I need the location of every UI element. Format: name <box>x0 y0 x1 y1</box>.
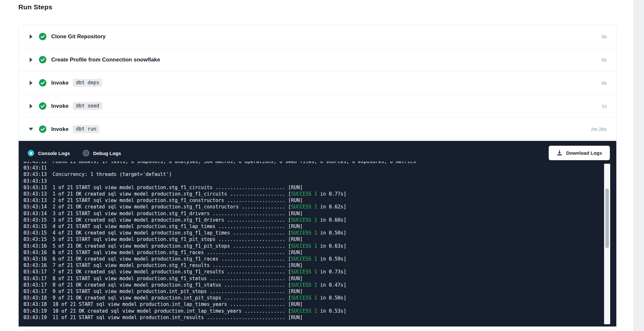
step-label: Invoke <box>51 103 69 109</box>
step-duration: 0s <box>601 80 607 86</box>
page-scrollbar-gutter <box>633 0 644 331</box>
success-check-icon <box>39 33 46 40</box>
log-line: 03:43:13 1 of 21 START sql view model pr… <box>24 184 616 191</box>
step-command-badge: dbt run <box>73 125 99 133</box>
log-line: 03:43:19 11 of 21 START sql view model p… <box>24 314 616 321</box>
step-duration: 0s <box>601 34 607 39</box>
console-log: 03:43:11 Found 21 models, 17 tests, 0 sn… <box>24 161 616 321</box>
success-check-icon <box>39 102 46 110</box>
card-bottom-gap <box>19 326 616 330</box>
success-check-icon <box>39 125 46 133</box>
console-log-viewport[interactable]: 03:43:11 Found 21 models, 17 tests, 0 sn… <box>19 161 616 326</box>
console-header: Console Logs Debug Logs Download Logs <box>19 141 616 161</box>
log-line: 03:43:19 10 of 21 OK created sql view mo… <box>24 308 616 314</box>
run-steps-card: Clone Git Repository0sCreate Profile fro… <box>18 25 617 330</box>
success-check-icon <box>39 79 46 87</box>
caret-right-icon[interactable] <box>29 104 33 108</box>
step-command-badge: dbt deps <box>73 79 102 87</box>
run-steps-page: Run Steps Clone Git Repository0sCreate P… <box>0 0 644 331</box>
caret-right-icon[interactable] <box>29 34 33 39</box>
log-line: 03:43:18 10 of 21 START sql view model p… <box>24 301 616 308</box>
log-line: 03:43:16 7 of 21 START sql view model pr… <box>24 262 616 269</box>
step-label: Invoke <box>51 80 69 86</box>
log-line: 03:43:15 5 of 21 START sql view model pr… <box>24 236 616 243</box>
log-line: 03:43:13 Concurrency: 1 threads (target=… <box>24 171 616 178</box>
log-line: 03:43:13 2 of 21 START sql view model pr… <box>24 197 616 204</box>
step-duration: 1s <box>601 103 607 109</box>
log-line: 03:43:15 4 of 21 START sql view model pr… <box>24 223 616 230</box>
console-logs-label: Console Logs <box>38 151 70 156</box>
log-line: 03:43:17 8 of 21 OK created sql view mod… <box>24 282 616 288</box>
page-title: Run Steps <box>18 3 52 11</box>
download-icon <box>556 150 563 156</box>
debug-logs-label: Debug Logs <box>93 151 121 156</box>
radio-selected-icon[interactable] <box>28 150 34 156</box>
log-line: 03:43:11 <box>24 165 616 171</box>
step-row[interactable]: Clone Git Repository0s <box>19 25 616 48</box>
debug-logs-radio[interactable]: Debug Logs <box>83 150 121 156</box>
log-line: 03:43:13 1 of 21 OK created sql view mod… <box>24 191 616 197</box>
step-row[interactable]: Create Profile from Connection snowflake… <box>19 48 616 71</box>
caret-right-icon[interactable] <box>29 58 33 62</box>
success-check-icon <box>39 56 46 63</box>
log-line: 03:43:11 Found 21 models, 17 tests, 0 sn… <box>24 161 616 165</box>
radio-unselected-icon[interactable] <box>83 150 89 156</box>
console-logs-radio[interactable]: Console Logs <box>28 150 70 156</box>
log-line: 03:43:15 3 of 21 OK created sql view mod… <box>24 217 616 223</box>
log-line: 03:43:15 4 of 21 OK created sql view mod… <box>24 230 616 236</box>
steps-list: Clone Git Repository0sCreate Profile fro… <box>19 25 616 141</box>
log-line: 03:43:13 <box>24 178 616 184</box>
log-line: 03:43:14 2 of 21 OK created sql view mod… <box>24 204 616 210</box>
step-duration: 2m 26s <box>591 126 607 132</box>
log-line: 03:43:17 9 of 21 START sql view model pr… <box>24 288 616 295</box>
step-label: Clone Git Repository <box>51 33 106 40</box>
step-duration: 0s <box>601 57 607 62</box>
step-row[interactable]: Invokedbt run2m 26s <box>19 118 616 141</box>
console-panel: Console Logs Debug Logs Download Logs 03 <box>19 141 616 326</box>
step-label: Invoke <box>51 126 69 133</box>
download-logs-button[interactable]: Download Logs <box>549 146 610 160</box>
log-line: 03:43:18 9 of 21 OK created sql view mod… <box>24 295 616 301</box>
caret-right-icon[interactable] <box>29 81 33 85</box>
log-line: 03:43:16 6 of 21 START sql view model pr… <box>24 249 616 256</box>
step-row[interactable]: Invokedbt seed1s <box>19 95 616 118</box>
log-line: 03:43:17 7 of 21 OK created sql view mod… <box>24 269 616 275</box>
log-line: 03:43:17 8 of 21 START sql view model pr… <box>24 275 616 282</box>
console-scrollbar[interactable] <box>604 164 610 324</box>
log-line: 03:43:16 6 of 21 OK created sql view mod… <box>24 256 616 262</box>
log-line: 03:43:14 3 of 21 START sql view model pr… <box>24 210 616 217</box>
step-command-badge: dbt seed <box>73 102 102 110</box>
step-row[interactable]: Invokedbt deps0s <box>19 71 616 95</box>
log-line: 03:43:16 5 of 21 OK created sql view mod… <box>24 243 616 249</box>
step-label: Create Profile from Connection snowflake <box>51 57 160 63</box>
console-scrollbar-thumb[interactable] <box>605 188 609 248</box>
download-logs-label: Download Logs <box>566 150 602 156</box>
caret-down-icon[interactable] <box>29 128 33 131</box>
